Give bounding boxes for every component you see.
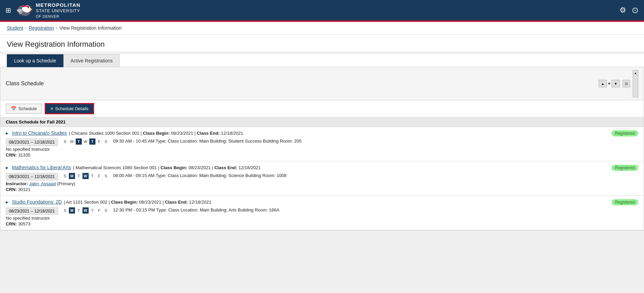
page-title-section: View Registration Information	[0, 34, 644, 52]
date-range-3: 08/23/2021 -- 12/18/2021	[6, 207, 58, 215]
course-row-2: ▶ Mathematics for Liberal Arts | Mathema…	[0, 161, 644, 196]
instructor-line-2: Instructor: Jabri, Assaad (Primary)	[6, 181, 638, 186]
scroll-down-btn[interactable]: ▼	[612, 80, 620, 87]
tab-active-registrations[interactable]: Active Registrations	[63, 54, 120, 67]
day-SA1: S	[103, 138, 109, 145]
course-info-1: | Chicano Studies 1000 Section 001 | Cla…	[69, 131, 243, 136]
day-TH2: T	[89, 173, 95, 179]
scroll-up-btn[interactable]: ▲	[599, 80, 607, 87]
day-M2: M	[69, 173, 75, 179]
gear-icon[interactable]: ⚙	[619, 6, 626, 15]
calendar-icon: 📅	[11, 106, 16, 111]
expand-arrow-3[interactable]: ▶	[6, 200, 9, 204]
schedule-detail-3: 08/23/2021 -- 12/18/2021 S M T W T F S 1…	[6, 207, 638, 215]
breadcrumb-sep-1: ●	[25, 27, 27, 29]
course-header-2: ▶ Mathematics for Liberal Arts | Mathema…	[6, 165, 638, 171]
day-T2: T	[76, 173, 82, 179]
page-title: View Registration Information	[7, 40, 637, 49]
course-row-3: ▶ Studio Foundations: 2D | Art 1101 Sect…	[0, 196, 644, 230]
day-TH1: T	[89, 138, 95, 145]
day-indicators-2: S M T W T F S	[62, 173, 109, 179]
day-F3: F	[96, 207, 102, 214]
schedule-view-btn[interactable]: 📅 Schedule	[6, 104, 42, 114]
course-link-1[interactable]: Intro to Chicana/o Studies	[12, 130, 67, 136]
class-schedule-bar: Class Schedule ▲ ▼ ⊡ ▲	[0, 67, 644, 100]
breadcrumb: Student ● Registration ● View Registrati…	[0, 22, 644, 34]
day-TH3: T	[89, 207, 95, 214]
status-badge-1: Registered	[612, 130, 638, 136]
semester-heading: Class Schedule for Fall 2021	[0, 117, 644, 127]
list-icon: ≡	[50, 106, 53, 111]
course-info-2: | Mathematical Sciences 1080 Section 001…	[73, 165, 261, 170]
restore-btn[interactable]: ⊡	[623, 80, 630, 87]
header-right: ⚙ ⊙	[619, 5, 639, 15]
breadcrumb-sep-2: ●	[56, 27, 58, 29]
day-W2: W	[83, 173, 89, 179]
course-row: ▶ Intro to Chicana/o Studies | Chicano S…	[0, 127, 644, 161]
instructor-link-2[interactable]: Jabri, Assaad	[29, 181, 56, 186]
course-header-1: ▶ Intro to Chicana/o Studies | Chicano S…	[6, 130, 638, 136]
day-W3: W	[83, 207, 89, 214]
day-S1: S	[62, 138, 68, 145]
day-indicators-3: S M T W T F S	[62, 207, 109, 214]
view-controls: 📅 Schedule ≡ Schedule Details	[0, 100, 644, 117]
day-M1: M	[69, 138, 75, 145]
day-S3: S	[62, 207, 68, 214]
scroll-vertical[interactable]: ▲	[633, 70, 638, 97]
schedule-detail-1: 08/23/2021 -- 12/18/2021 S M T W T F S 0…	[6, 138, 638, 146]
schedule-details-view-btn[interactable]: ≡ Schedule Details	[45, 103, 94, 114]
date-range-1: 08/23/2021 -- 12/18/2021	[6, 138, 58, 146]
crn-line-3: CRN: 30573	[6, 221, 638, 226]
tabs: Look up a Schedule Active Registrations	[7, 54, 637, 67]
course-link-2[interactable]: Mathematics for Liberal Arts	[12, 165, 71, 170]
status-badge-2: Registered	[612, 165, 638, 171]
day-indicators-1: S M T W T F S	[62, 138, 109, 145]
crn-line-1: CRN: 31335	[6, 152, 638, 158]
tabs-container: Look up a Schedule Active Registrations	[0, 54, 644, 67]
schedule-times-3: 12:30 PM - 03:15 PM Type: Class Location…	[113, 207, 280, 213]
status-badge-3: Registered	[612, 199, 638, 205]
schedule-times-1: 09:30 AM - 10:45 AM Type: Class Location…	[113, 138, 302, 144]
day-F2: F	[96, 173, 102, 179]
date-range-2: 08/23/2021 -- 12/18/2021	[6, 173, 58, 180]
day-SA3: S	[103, 207, 109, 214]
university-logo: METROPOLITAN STATE UNIVERSITY OF DENVER	[15, 2, 80, 19]
day-F1: F	[96, 138, 102, 145]
course-link-3[interactable]: Studio Foundations: 2D	[12, 199, 62, 205]
schedule-times-2: 08:00 AM - 09:15 AM Type: Class Location…	[113, 173, 287, 178]
expand-arrow-2[interactable]: ▶	[6, 166, 9, 170]
breadcrumb-student[interactable]: Student	[7, 25, 23, 31]
breadcrumb-current: View Registration Information	[59, 25, 122, 31]
site-header: ⊞ METROPOLITAN STATE UNIVERSITY OF	[0, 0, 644, 22]
expand-arrow-1[interactable]: ▶	[6, 131, 9, 135]
course-info-3: | Art 1101 Section 002 | Class Begin: 08…	[64, 200, 211, 205]
course-header-left-2: ▶ Mathematics for Liberal Arts | Mathema…	[6, 165, 612, 170]
university-name: METROPOLITAN STATE UNIVERSITY OF DENVER	[36, 2, 80, 19]
day-T3: T	[76, 207, 82, 214]
class-schedule-title: Class Schedule	[6, 80, 44, 87]
day-W1: W	[83, 138, 89, 145]
day-S2: S	[62, 173, 68, 179]
day-T1: T	[76, 138, 82, 145]
instructor-line-1: No specified Instructor	[6, 147, 638, 152]
course-header-left-1: ▶ Intro to Chicana/o Studies | Chicano S…	[6, 130, 612, 136]
day-SA2: S	[103, 173, 109, 179]
main-content: Class Schedule ▲ ▼ ⊡ ▲ 📅 Schedule ≡ Sche…	[0, 67, 644, 231]
instructor-line-3: No specified Instructor	[6, 216, 638, 221]
tab-lookup-schedule[interactable]: Look up a Schedule	[7, 54, 63, 67]
grid-icon[interactable]: ⊞	[5, 6, 11, 14]
course-header-left-3: ▶ Studio Foundations: 2D | Art 1101 Sect…	[6, 199, 612, 205]
scroll-controls: ▲ ▼	[599, 80, 620, 87]
crn-line-2: CRN: 30121	[6, 187, 638, 192]
day-M3: M	[69, 207, 75, 214]
eagle-icon	[15, 3, 33, 17]
schedule-detail-2: 08/23/2021 -- 12/18/2021 S M T W T F S 0…	[6, 173, 638, 180]
breadcrumb-registration[interactable]: Registration	[29, 25, 54, 31]
scroll-dot	[608, 83, 610, 85]
course-header-3: ▶ Studio Foundations: 2D | Art 1101 Sect…	[6, 199, 638, 205]
header-left: ⊞ METROPOLITAN STATE UNIVERSITY OF	[5, 2, 80, 19]
user-icon[interactable]: ⊙	[632, 5, 639, 15]
